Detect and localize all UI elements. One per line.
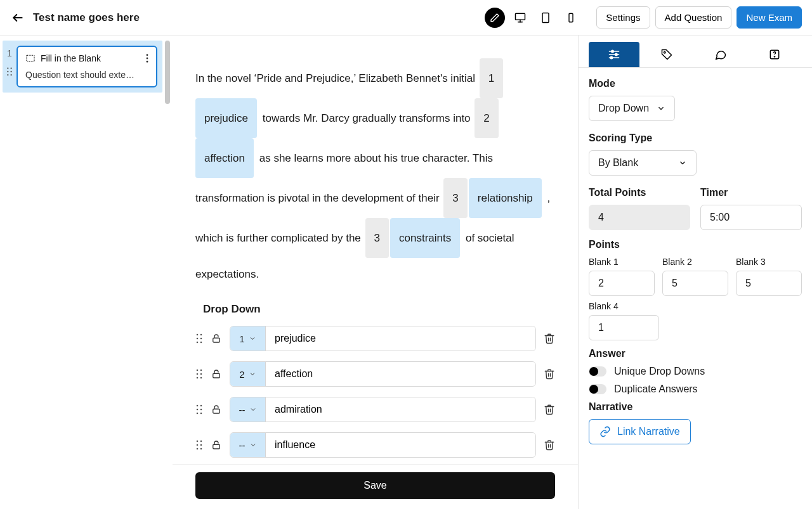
unlock-icon[interactable] [211, 368, 222, 380]
tab-help[interactable] [748, 42, 802, 67]
drag-handle-icon[interactable] [195, 404, 203, 415]
sliders-icon [608, 49, 620, 60]
trash-icon[interactable] [544, 403, 555, 416]
drag-handle-icon[interactable] [195, 333, 203, 344]
save-button[interactable]: Save [195, 472, 555, 499]
tablet-preview-button[interactable] [535, 8, 556, 28]
svg-point-14 [147, 58, 148, 60]
blank-points-input[interactable]: 1 [589, 315, 659, 340]
blank-answer-3[interactable]: relationship [469, 178, 542, 218]
drag-handle-icon[interactable] [6, 67, 13, 76]
blank-points-field: Blank 1 2 [589, 257, 655, 296]
narrative-label: Narrative [589, 401, 802, 413]
svg-rect-12 [27, 55, 34, 61]
blank-answer-4[interactable]: constraints [390, 218, 460, 258]
back-button[interactable] [10, 10, 25, 25]
drag-handle-icon[interactable] [195, 369, 203, 379]
svg-point-13 [147, 54, 148, 56]
timer-input[interactable]: 5:00 [700, 205, 802, 230]
editor-panel: In the novel ‘Pride and Prejudice,’ Eliz… [173, 35, 579, 509]
blank-points-input[interactable]: 5 [736, 271, 802, 296]
mode-select[interactable]: Drop Down [589, 96, 675, 121]
blank-number-select[interactable]: 1 [230, 326, 266, 351]
unique-dropdowns-toggle[interactable]: Unique Drop Downs [589, 366, 802, 377]
settings-button[interactable]: Settings [596, 6, 650, 29]
blank-marker-1[interactable]: 1 [480, 58, 503, 98]
new-exam-button[interactable]: New Exam [737, 6, 802, 29]
blank-points-input[interactable]: 5 [662, 271, 728, 296]
blank-number-value: -- [239, 440, 246, 451]
option-text-input[interactable] [266, 362, 535, 386]
scoring-type-value: By Blank [598, 157, 638, 169]
toggle-label: Duplicate Answers [614, 383, 698, 395]
svg-point-42 [200, 448, 202, 450]
blank-points-field: Blank 2 5 [662, 257, 728, 296]
option-text-input[interactable] [266, 433, 535, 457]
option-text-input[interactable] [266, 326, 535, 351]
blank-number-value: 1 [239, 333, 244, 344]
blank-points-label: Blank 3 [736, 257, 802, 267]
svg-rect-5 [569, 13, 573, 22]
test-title: Test name goes here [33, 11, 140, 24]
blank-number-select[interactable]: -- [230, 433, 266, 457]
svg-point-59 [612, 50, 613, 52]
tab-tags[interactable] [639, 42, 693, 67]
tab-settings[interactable] [589, 42, 639, 67]
blank-points-field: Blank 4 1 [589, 301, 659, 340]
scoring-type-select[interactable]: By Blank [589, 150, 697, 176]
blank-marker-2[interactable]: 2 [475, 98, 498, 138]
edit-mode-button[interactable] [485, 8, 505, 28]
svg-point-11 [10, 74, 11, 75]
link-narrative-label: Link Narrative [617, 426, 680, 437]
dropdown-option-row: -- [195, 397, 555, 422]
unlock-icon[interactable] [211, 439, 222, 451]
drag-handle-icon[interactable] [195, 440, 203, 450]
option-text-input[interactable] [266, 397, 535, 422]
passage-segment: In the novel ‘Pride and Prejudice,’ Eliz… [195, 72, 475, 84]
passage-segment: towards Mr. Darcy gradually transforms i… [263, 112, 471, 124]
trash-icon[interactable] [544, 439, 555, 451]
toggle-icon [589, 366, 606, 377]
svg-rect-4 [542, 13, 549, 22]
svg-point-10 [7, 74, 8, 75]
app-header: Test name goes here Settings Add Questio… [0, 0, 812, 35]
trash-icon[interactable] [544, 368, 555, 380]
blank-answer-2[interactable]: affection [195, 138, 254, 178]
device-preview-group [485, 8, 581, 28]
blank-number-select[interactable]: 2 [230, 362, 266, 386]
question-number: 1 [7, 48, 12, 58]
blank-points-input[interactable]: 2 [589, 271, 655, 296]
unlock-icon[interactable] [211, 404, 222, 415]
blank-answer-1[interactable]: prejudice [195, 98, 257, 138]
svg-point-33 [200, 409, 202, 411]
blank-marker-4[interactable]: 3 [365, 218, 389, 258]
scrollbar-thumb[interactable] [165, 41, 170, 104]
desktop-preview-button[interactable] [510, 8, 530, 28]
tab-comments[interactable] [693, 42, 747, 67]
svg-point-31 [200, 405, 202, 407]
duplicate-answers-toggle[interactable]: Duplicate Answers [589, 383, 802, 395]
trash-icon[interactable] [544, 332, 555, 345]
link-narrative-button[interactable]: Link Narrative [589, 419, 691, 444]
svg-rect-36 [213, 409, 220, 413]
toggle-label: Unique Drop Downs [614, 366, 705, 377]
question-preview-text: Question text should exte… [25, 70, 148, 80]
mode-value: Drop Down [598, 103, 649, 114]
svg-point-21 [200, 342, 202, 344]
total-points-label: Total Points [589, 187, 690, 198]
add-question-button[interactable]: Add Question [655, 6, 732, 29]
question-type-label: Fill in the Blank [41, 53, 141, 63]
mobile-icon [565, 12, 577, 23]
mobile-preview-button[interactable] [561, 8, 581, 28]
blank-points-label: Blank 4 [589, 301, 659, 311]
blank-points-label: Blank 2 [662, 257, 728, 267]
svg-point-16 [197, 334, 199, 336]
blank-number-select[interactable]: -- [230, 397, 266, 422]
svg-point-40 [200, 444, 202, 446]
unlock-icon[interactable] [211, 333, 222, 344]
kebab-menu-icon[interactable] [146, 54, 148, 63]
points-label: Points [589, 239, 802, 250]
question-card[interactable]: 1 Fill in the Blank Question text should… [3, 41, 162, 93]
blank-marker-3[interactable]: 3 [443, 178, 467, 218]
svg-point-66 [775, 56, 775, 57]
